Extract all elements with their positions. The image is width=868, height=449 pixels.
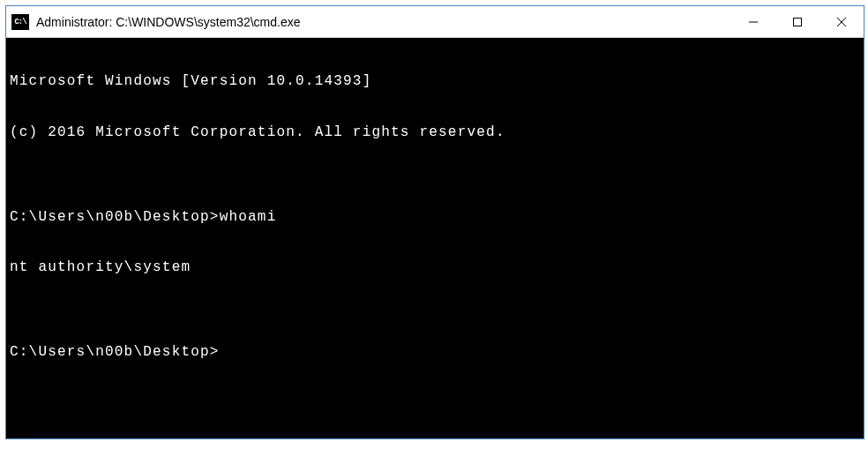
titlebar[interactable]: C:\ Administrator: C:\WINDOWS\system32\c… [6, 6, 864, 38]
terminal-line: C:\Users\n00b\Desktop>whoami [10, 209, 860, 226]
window-title: Administrator: C:\WINDOWS\system32\cmd.e… [36, 15, 301, 29]
cmd-window: C:\ Administrator: C:\WINDOWS\system32\c… [5, 5, 864, 439]
close-icon [836, 17, 847, 27]
titlebar-left: C:\ Administrator: C:\WINDOWS\system32\c… [11, 14, 301, 30]
terminal-line: nt authority\system [10, 259, 860, 276]
terminal-line: C:\Users\n00b\Desktop> [10, 344, 860, 361]
minimize-button[interactable] [731, 6, 775, 37]
terminal-line: Microsoft Windows [Version 10.0.14393] [10, 73, 860, 90]
maximize-icon [792, 17, 803, 27]
minimize-icon [748, 17, 759, 27]
maximize-button[interactable] [775, 6, 819, 37]
cmd-icon: C:\ [11, 14, 29, 30]
svg-rect-1 [794, 18, 802, 26]
window-controls [731, 6, 864, 37]
terminal-output[interactable]: Microsoft Windows [Version 10.0.14393] (… [6, 38, 864, 438]
terminal-line: (c) 2016 Microsoft Corporation. All righ… [10, 124, 860, 141]
close-button[interactable] [819, 6, 864, 37]
